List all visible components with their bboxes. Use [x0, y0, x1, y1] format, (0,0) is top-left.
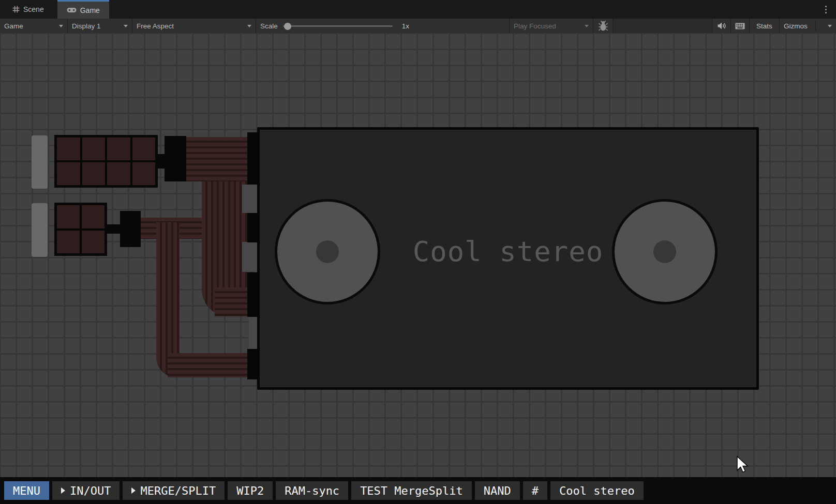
menu-item-wip2[interactable]: WIP2 — [228, 481, 273, 500]
menu-item-label: WIP2 — [236, 484, 264, 497]
scale-label: Scale — [260, 22, 278, 30]
menu-item-hash[interactable]: # — [523, 481, 547, 500]
stats-button[interactable]: Stats — [750, 19, 780, 33]
display-dropdown[interactable]: Display 1 — [68, 19, 132, 33]
keyboard-shortcuts-button[interactable] — [731, 19, 750, 33]
module-connector[interactable] — [120, 211, 141, 247]
menu-item-ram-sync[interactable]: RAM-sync — [276, 481, 348, 500]
menu-item-cool-stereo[interactable]: Cool stereo — [550, 481, 644, 500]
bit-cell[interactable] — [107, 162, 130, 185]
menu-item-label: Cool stereo — [559, 484, 635, 497]
unity-game-window: Scene Game Game Display 1 Free Aspect Sc… — [0, 0, 836, 504]
menu-item-label: RAM-sync — [285, 484, 339, 497]
bit-cell[interactable] — [57, 162, 80, 185]
speaker-icon — [717, 22, 726, 30]
gizmos-dropdown[interactable]: Gizmos — [780, 19, 836, 33]
scale-value: 1x — [402, 22, 409, 30]
toolbar-spacer — [613, 19, 712, 33]
input-module-4bit[interactable] — [54, 203, 107, 256]
menu-item-nand[interactable]: NAND — [475, 481, 520, 500]
scene-grid-icon — [12, 6, 20, 13]
menu-item-label: NAND — [484, 484, 511, 497]
menu-button[interactable]: MENU — [4, 481, 49, 500]
bit-cell[interactable] — [82, 205, 104, 228]
bug-icon — [599, 20, 608, 32]
chevron-down-icon — [124, 25, 128, 27]
bit-cell[interactable] — [82, 138, 106, 160]
chevron-down-icon — [585, 25, 589, 27]
gizmos-label: Gizmos — [784, 22, 808, 30]
menu-item-label: # — [532, 484, 539, 497]
submenu-arrow-icon — [131, 487, 136, 494]
mouse-cursor — [737, 456, 749, 474]
tab-scene[interactable]: Scene — [3, 0, 53, 19]
bit-cell[interactable] — [107, 138, 130, 160]
bit-cell[interactable] — [82, 231, 104, 254]
scale-slider[interactable] — [283, 25, 393, 27]
bit-cell[interactable] — [57, 205, 80, 228]
view-tab-bar: Scene Game — [0, 0, 836, 19]
bit-cell[interactable] — [132, 138, 156, 160]
menu-item-label: MERGE/SPLIT — [140, 484, 216, 497]
menu-button-label: MENU — [13, 484, 40, 497]
tab-game[interactable]: Game — [57, 0, 109, 19]
menu-item-in-out[interactable]: IN/OUT — [52, 481, 120, 500]
chevron-down-icon — [59, 25, 63, 27]
menu-item-label: TEST MergeSplit — [360, 484, 463, 497]
io-indicator-bar — [32, 135, 48, 189]
game-view-dropdown[interactable]: Game — [0, 19, 68, 33]
tab-scene-label: Scene — [23, 5, 44, 13]
debug-button[interactable] — [593, 19, 613, 33]
game-view-dropdown-label: Game — [4, 22, 23, 30]
bit-cell[interactable] — [82, 162, 106, 185]
submenu-arrow-icon — [61, 487, 65, 494]
input-module-8bit[interactable] — [54, 135, 158, 188]
module-connector[interactable] — [165, 136, 186, 181]
kebab-menu-icon[interactable] — [822, 4, 830, 14]
wire-ribbon — [168, 353, 259, 377]
scale-control: Scale 1x — [256, 19, 510, 33]
scale-slider-thumb[interactable] — [284, 23, 291, 30]
chevron-down-icon — [828, 25, 832, 27]
play-mode-label: Play Focused — [514, 22, 556, 30]
module-connector-stub — [106, 224, 121, 234]
tab-game-label: Game — [80, 6, 100, 14]
stats-label: Stats — [756, 22, 772, 30]
keyboard-icon — [735, 22, 745, 30]
game-canvas[interactable]: Cool stereo — [0, 33, 836, 504]
play-mode-dropdown[interactable]: Play Focused — [510, 19, 593, 33]
menu-item-merge-split[interactable]: MERGE/SPLIT — [123, 481, 225, 500]
chevron-down-icon — [247, 25, 251, 27]
bit-cell[interactable] — [132, 162, 156, 185]
aspect-ratio-dropdown[interactable]: Free Aspect — [132, 19, 256, 33]
bit-cell[interactable] — [57, 138, 80, 160]
game-view-toolbar: Game Display 1 Free Aspect Scale 1x Play… — [0, 19, 836, 33]
mute-audio-button[interactable] — [712, 19, 731, 33]
divider — [815, 21, 816, 30]
menu-item-label: IN/OUT — [70, 484, 111, 497]
aspect-ratio-label: Free Aspect — [137, 22, 174, 30]
gamepad-icon — [67, 7, 77, 13]
display-dropdown-label: Display 1 — [72, 22, 101, 30]
bit-cell[interactable] — [57, 231, 80, 254]
io-indicator-bar — [32, 203, 48, 257]
chip-title: Cool stereo — [257, 235, 759, 268]
game-menu-bar: MENU IN/OUT MERGE/SPLIT WIP2 RAM-sync TE… — [0, 477, 836, 504]
menu-item-test-mergesplit[interactable]: TEST MergeSplit — [351, 481, 472, 500]
